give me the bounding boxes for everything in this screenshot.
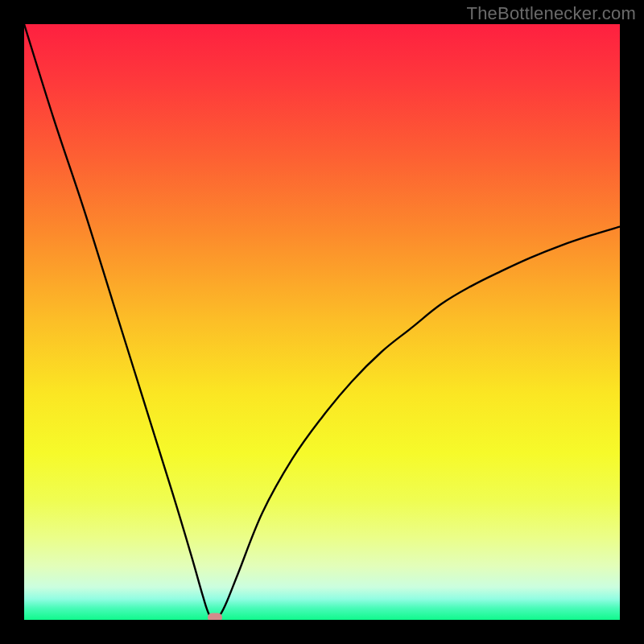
optimal-marker [208,613,222,621]
plot-area [24,24,620,620]
chart-stage: TheBottlenecker.com [0,0,644,644]
bottleneck-curve [24,24,620,620]
watermark-text: TheBottlenecker.com [467,3,636,24]
